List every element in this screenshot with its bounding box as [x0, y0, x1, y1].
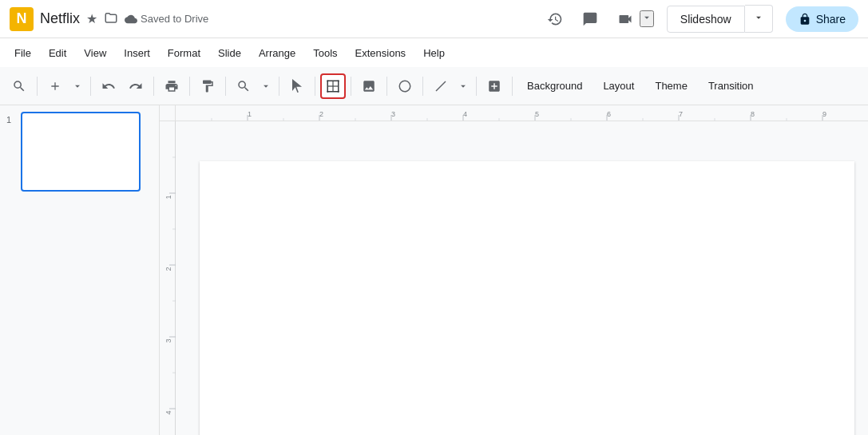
slideshow-button[interactable]: Slideshow — [667, 6, 745, 33]
toolbar: Background Layout Theme Transition — [0, 67, 868, 105]
svg-text:3: 3 — [391, 110, 395, 118]
saved-status: Saved to Drive — [125, 13, 208, 26]
insert-image-button[interactable] — [356, 73, 382, 99]
share-button[interactable]: Share — [786, 6, 858, 32]
slide-thumb-container-1: 1 — [6, 112, 153, 192]
menu-item-tools[interactable]: Tools — [305, 44, 345, 62]
undo-button[interactable] — [96, 73, 121, 99]
menu-item-slide[interactable]: Slide — [210, 44, 249, 62]
svg-text:7: 7 — [679, 110, 683, 118]
menu-item-edit[interactable]: Edit — [41, 44, 74, 62]
svg-text:5: 5 — [535, 110, 539, 118]
zoom-dropdown-button[interactable] — [69, 73, 85, 99]
menu-item-format[interactable]: Format — [160, 44, 208, 62]
svg-line-8 — [436, 81, 446, 91]
sep1 — [37, 77, 38, 96]
add-slide-button[interactable] — [482, 73, 507, 99]
sep6 — [279, 77, 279, 96]
svg-text:4: 4 — [164, 410, 172, 414]
svg-point-3 — [327, 90, 328, 92]
slide-number-1: 1 — [6, 112, 16, 125]
redo-button[interactable] — [123, 73, 149, 99]
sep9 — [386, 77, 387, 96]
video-button[interactable] — [611, 5, 640, 34]
video-dropdown-button[interactable] — [640, 10, 654, 27]
svg-point-7 — [399, 81, 410, 92]
history-button[interactable] — [541, 5, 569, 34]
svg-text:2: 2 — [319, 110, 323, 118]
canvas-area: 1 2 3 4 5 6 7 8 9 — [160, 105, 868, 435]
folder-icon[interactable] — [104, 10, 118, 28]
print-button[interactable] — [159, 73, 184, 99]
menu-bar: FileEditViewInsertFormatSlideArrangeTool… — [0, 38, 868, 67]
menu-item-extensions[interactable]: Extensions — [347, 44, 414, 62]
slideshow-button-group: Slideshow — [667, 5, 773, 33]
insert-line-button[interactable] — [428, 73, 454, 99]
svg-text:8: 8 — [751, 110, 755, 118]
svg-text:1: 1 — [248, 110, 252, 118]
svg-text:6: 6 — [607, 110, 611, 118]
slideshow-dropdown-button[interactable] — [745, 5, 773, 33]
title-bar: N Netflix ★ Saved to Drive Slideshow — [0, 0, 868, 38]
svg-text:4: 4 — [463, 110, 467, 118]
paint-format-button[interactable] — [195, 73, 220, 99]
video-button-group — [611, 5, 654, 34]
svg-point-4 — [338, 90, 339, 92]
sep8 — [351, 77, 351, 96]
background-button[interactable]: Background — [517, 77, 592, 95]
select-frame-button[interactable] — [320, 73, 346, 99]
doc-title: Netflix — [40, 10, 80, 27]
sep10 — [422, 77, 423, 96]
svg-point-2 — [338, 80, 339, 81]
line-dropdown-button[interactable] — [455, 73, 471, 99]
app-logo: N — [10, 7, 34, 31]
sep5 — [225, 77, 226, 96]
menu-item-file[interactable]: File — [6, 44, 39, 62]
zoom-percent-button[interactable] — [231, 73, 256, 99]
zoom-percent-dropdown-button[interactable] — [258, 73, 274, 99]
sep12 — [512, 77, 513, 96]
layout-button[interactable]: Layout — [593, 77, 644, 95]
svg-text:9: 9 — [822, 110, 826, 118]
sep4 — [189, 77, 190, 96]
canvas-wrapper[interactable]: 1 2 3 4 5 6 7 8 9 — [160, 105, 868, 435]
svg-text:1: 1 — [164, 195, 172, 199]
ruler-v-svg: 1 2 3 4 — [160, 121, 176, 435]
select-button[interactable] — [284, 73, 310, 99]
horizontal-ruler: 1 2 3 4 5 6 7 8 9 — [176, 105, 868, 121]
slide-thumbnail-1[interactable] — [21, 112, 141, 192]
slide-surface[interactable] — [200, 161, 854, 435]
theme-button[interactable]: Theme — [645, 77, 696, 95]
sep7 — [315, 77, 315, 96]
share-label: Share — [816, 13, 846, 26]
menu-item-insert[interactable]: Insert — [116, 44, 158, 62]
sep11 — [476, 77, 477, 96]
menu-item-view[interactable]: View — [76, 44, 114, 62]
menu-item-arrange[interactable]: Arrange — [251, 44, 303, 62]
ruler-corner — [160, 105, 176, 121]
slide-panel: 1 — [0, 105, 160, 435]
sep3 — [153, 77, 154, 96]
star-icon[interactable]: ★ — [86, 11, 97, 26]
sep2 — [90, 77, 91, 96]
menu-item-help[interactable]: Help — [415, 44, 453, 62]
svg-point-1 — [327, 80, 328, 81]
svg-text:2: 2 — [164, 267, 172, 271]
zoom-in-button[interactable] — [42, 73, 68, 99]
insert-shape-button[interactable] — [392, 73, 418, 99]
chat-button[interactable] — [576, 5, 604, 34]
ruler-h-svg: 1 2 3 4 5 6 7 8 9 — [176, 105, 868, 121]
transition-button[interactable]: Transition — [699, 77, 763, 95]
saved-label: Saved to Drive — [141, 13, 208, 25]
search-button[interactable] — [6, 73, 32, 99]
main-content: 1 1 2 3 4 5 — [0, 105, 868, 435]
svg-text:3: 3 — [164, 338, 172, 342]
vertical-ruler: 1 2 3 4 — [160, 121, 176, 435]
